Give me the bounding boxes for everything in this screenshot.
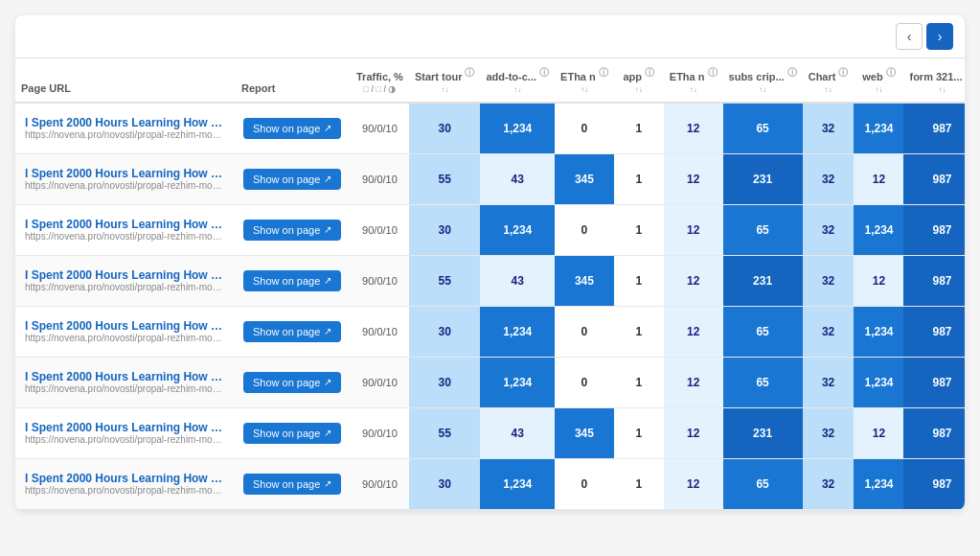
page-title[interactable]: I Spent 2000 Hours Learning How To Lea..… <box>25 167 226 180</box>
col-header-etha-n2[interactable]: ETha n ⓘ ↑↓ <box>664 58 723 103</box>
page-url: https://novena.pro/novosti/propal-rezhim… <box>25 231 226 242</box>
next-button[interactable]: › <box>926 23 953 50</box>
metric-cell: 30 <box>409 306 481 357</box>
metric-cell: 30 <box>409 357 481 407</box>
col-header-web[interactable]: web ⓘ ↑↓ <box>854 58 903 103</box>
table-container: Page URL Report Traffic, % □ / □ / ◑ Sta… <box>15 58 965 510</box>
metric-cell: 987 <box>903 306 965 357</box>
metric-cell: 12 <box>664 103 723 154</box>
metric-cell: 1,234 <box>480 103 555 154</box>
metric-cell: 1,234 <box>854 306 903 357</box>
page-info-cell: I Spent 2000 Hours Learning How To Lea..… <box>15 153 236 204</box>
page-info-cell: I Spent 2000 Hours Learning How To Lea..… <box>15 255 236 306</box>
main-container: ‹ › Page URL Report Traffic, % □ / □ / ◑ <box>15 15 965 510</box>
metric-cell: 345 <box>555 255 614 306</box>
show-on-page-button[interactable]: Show on page ↗ <box>243 220 341 241</box>
metric-cell: 1,234 <box>854 458 903 509</box>
metric-cell: 987 <box>903 255 965 306</box>
page-info-cell: I Spent 2000 Hours Learning How To Lea..… <box>15 306 236 357</box>
col-header-start-tour[interactable]: Start tour ⓘ ↑↓ <box>409 58 481 103</box>
page-title[interactable]: I Spent 2000 Hours Learning How To Lea..… <box>25 268 226 282</box>
external-link-icon: ↗ <box>324 326 331 336</box>
metric-cell: 1,234 <box>854 103 903 154</box>
metric-cell: 32 <box>803 255 855 306</box>
page-url: https://novena.pro/novosti/propal-rezhim… <box>25 485 226 496</box>
col-header-form-321[interactable]: form 321... ⓘ ↑↓ <box>903 58 965 103</box>
report-cell: Show on page ↗ <box>236 103 351 154</box>
table-row: I Spent 2000 Hours Learning How To Lea..… <box>15 458 965 509</box>
page-url: https://novena.pro/novosti/propal-rezhim… <box>25 282 226 292</box>
traffic-cell: 90/0/10 <box>351 407 409 458</box>
traffic-cell: 90/0/10 <box>351 204 409 255</box>
metric-cell: 12 <box>664 255 723 306</box>
page-title[interactable]: I Spent 2000 Hours Learning How To Lea..… <box>25 116 226 129</box>
col-header-etha-n1[interactable]: ETha n ⓘ ↑↓ <box>555 58 614 103</box>
show-on-page-button[interactable]: Show on page ↗ <box>243 423 341 444</box>
metric-cell: 12 <box>664 458 723 509</box>
metric-cell: 32 <box>803 153 855 204</box>
report-cell: Show on page ↗ <box>236 204 351 255</box>
show-on-page-button[interactable]: Show on page ↗ <box>243 474 341 495</box>
show-on-page-button[interactable]: Show on page ↗ <box>243 270 341 291</box>
metric-cell: 1 <box>614 357 664 407</box>
table-row: I Spent 2000 Hours Learning How To Lea..… <box>15 255 965 306</box>
col-header-chart[interactable]: Chart ⓘ ↑↓ <box>803 58 855 103</box>
col-header-report: Report <box>236 58 351 103</box>
table-row: I Spent 2000 Hours Learning How To Lea..… <box>15 103 965 154</box>
metric-cell: 43 <box>480 153 555 204</box>
metric-cell: 43 <box>480 407 555 458</box>
show-on-page-button[interactable]: Show on page ↗ <box>243 118 341 139</box>
external-link-icon: ↗ <box>324 123 331 133</box>
metric-cell: 65 <box>723 458 803 509</box>
metric-cell: 32 <box>803 407 855 458</box>
report-cell: Show on page ↗ <box>236 357 351 407</box>
show-on-page-button[interactable]: Show on page ↗ <box>243 169 341 190</box>
page-title[interactable]: I Spent 2000 Hours Learning How To Lea..… <box>25 218 226 231</box>
metric-cell: 32 <box>803 103 855 154</box>
metric-cell: 32 <box>803 306 855 357</box>
metric-cell: 32 <box>803 357 855 407</box>
metric-cell: 987 <box>903 357 965 407</box>
report-cell: Show on page ↗ <box>236 153 351 204</box>
prev-button[interactable]: ‹ <box>896 23 923 50</box>
traffic-cell: 90/0/10 <box>351 306 409 357</box>
table-header-row: Page URL Report Traffic, % □ / □ / ◑ Sta… <box>15 58 965 103</box>
metric-cell: 65 <box>723 357 803 407</box>
col-header-page-url: Page URL <box>15 58 236 103</box>
col-header-add-to-c[interactable]: add-to-c... ⓘ ↑↓ <box>480 58 555 103</box>
metric-cell: 345 <box>555 153 614 204</box>
data-table: Page URL Report Traffic, % □ / □ / ◑ Sta… <box>15 58 965 510</box>
traffic-cell: 90/0/10 <box>351 357 409 407</box>
metric-cell: 12 <box>664 306 723 357</box>
metric-cell: 1,234 <box>480 306 555 357</box>
table-row: I Spent 2000 Hours Learning How To Lea..… <box>15 357 965 407</box>
page-title[interactable]: I Spent 2000 Hours Learning How To Lea..… <box>25 319 226 333</box>
metric-cell: 12 <box>854 153 903 204</box>
metric-cell: 65 <box>723 204 803 255</box>
show-on-page-button[interactable]: Show on page ↗ <box>243 321 341 342</box>
metric-cell: 30 <box>409 103 481 154</box>
metric-cell: 12 <box>664 407 723 458</box>
metric-cell: 32 <box>803 458 855 509</box>
page-title[interactable]: I Spent 2000 Hours Learning How To Lea..… <box>25 421 226 434</box>
metric-cell: 231 <box>723 407 803 458</box>
metric-cell: 1,234 <box>480 458 555 509</box>
col-header-subs-crip[interactable]: subs crip... ⓘ ↑↓ <box>723 58 803 103</box>
col-header-app[interactable]: app ⓘ ↑↓ <box>614 58 664 103</box>
page-info-cell: I Spent 2000 Hours Learning How To Lea..… <box>15 407 236 458</box>
metric-cell: 43 <box>480 255 555 306</box>
metric-cell: 0 <box>555 103 614 154</box>
page-url: https://novena.pro/novosti/propal-rezhim… <box>25 333 226 343</box>
traffic-cell: 90/0/10 <box>351 255 409 306</box>
table-body: I Spent 2000 Hours Learning How To Lea..… <box>15 103 965 510</box>
page-title[interactable]: I Spent 2000 Hours Learning How To Lea..… <box>25 370 226 383</box>
report-cell: Show on page ↗ <box>236 255 351 306</box>
show-on-page-button[interactable]: Show on page ↗ <box>243 372 341 393</box>
metric-cell: 65 <box>723 103 803 154</box>
metric-cell: 0 <box>555 357 614 407</box>
metric-cell: 231 <box>723 255 803 306</box>
external-link-icon: ↗ <box>324 275 331 286</box>
page-title[interactable]: I Spent 2000 Hours Learning How To Lea..… <box>25 472 226 485</box>
metric-cell: 32 <box>803 204 855 255</box>
table-row: I Spent 2000 Hours Learning How To Lea..… <box>15 306 965 357</box>
